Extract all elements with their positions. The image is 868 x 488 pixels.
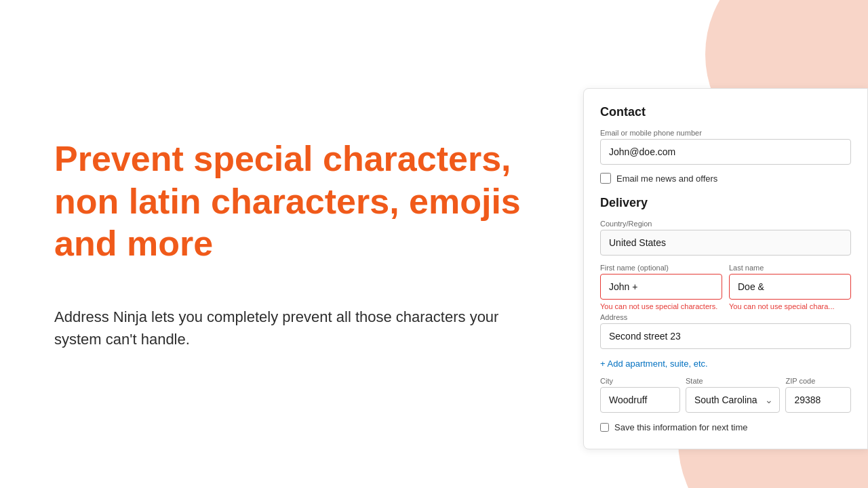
last-name-input[interactable]: [729, 274, 851, 300]
save-label: Save this information for next time: [614, 422, 748, 432]
first-name-label: First name (optional): [600, 264, 722, 272]
state-label: State: [686, 377, 780, 385]
email-input[interactable]: [600, 139, 851, 165]
city-state-zip-row: City State South Carolina California New…: [600, 377, 851, 413]
zip-col: ZIP code: [785, 377, 851, 413]
save-row: Save this information for next time: [600, 422, 851, 432]
save-checkbox[interactable]: [600, 423, 609, 432]
first-name-error: You can not use special characters.: [600, 302, 722, 310]
delivery-section: Delivery Country/Region First name (opti…: [600, 196, 851, 432]
zip-input[interactable]: [785, 387, 851, 413]
country-label: Country/Region: [600, 220, 851, 228]
zip-label: ZIP code: [785, 377, 851, 385]
left-content: Prevent special characters, non latin ch…: [54, 0, 542, 488]
main-heading: Prevent special characters, non latin ch…: [54, 138, 542, 264]
email-news-checkbox[interactable]: [600, 173, 611, 184]
state-select[interactable]: South Carolina California New York: [686, 387, 780, 413]
city-label: City: [600, 377, 680, 385]
add-apartment-link[interactable]: + Add apartment, suite, etc.: [600, 359, 708, 369]
sub-text: Address Ninja lets you completely preven…: [54, 306, 542, 350]
first-name-input[interactable]: [600, 274, 722, 300]
form-panel: Contact Email or mobile phone number Ema…: [583, 88, 868, 449]
last-name-col: Last name You can not use special chara.…: [729, 264, 851, 310]
delivery-title: Delivery: [600, 196, 851, 210]
country-group: Country/Region: [600, 220, 851, 256]
first-name-col: First name (optional) You can not use sp…: [600, 264, 722, 310]
last-name-error: You can not use special chara...: [729, 302, 851, 310]
state-select-wrapper: South Carolina California New York: [686, 387, 780, 413]
address-label: Address: [600, 313, 851, 321]
country-input[interactable]: [600, 230, 851, 256]
email-label: Email or mobile phone number: [600, 129, 851, 137]
address-input[interactable]: [600, 323, 851, 349]
address-group: Address: [600, 313, 851, 349]
name-row: First name (optional) You can not use sp…: [600, 264, 851, 310]
city-col: City: [600, 377, 680, 413]
state-col: State South Carolina California New York: [686, 377, 780, 413]
email-news-row: Email me news and offers: [600, 173, 851, 184]
email-group: Email or mobile phone number: [600, 129, 851, 165]
city-input[interactable]: [600, 387, 680, 413]
contact-title: Contact: [600, 105, 851, 119]
email-news-label: Email me news and offers: [616, 174, 717, 184]
last-name-label: Last name: [729, 264, 851, 272]
